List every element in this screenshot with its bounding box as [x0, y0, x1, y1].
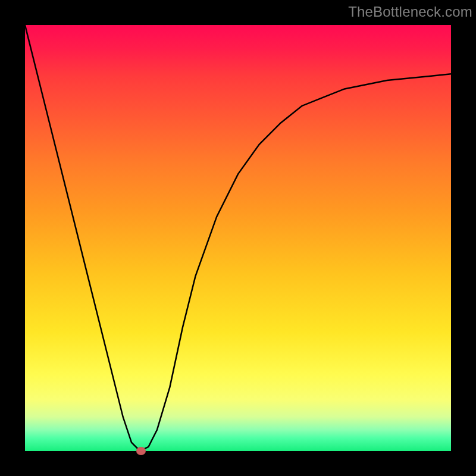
- bottleneck-curve: [25, 25, 451, 451]
- chart-frame: TheBottleneck.com: [0, 0, 476, 476]
- min-point-marker: [136, 447, 146, 455]
- watermark-text: TheBottleneck.com: [348, 4, 472, 20]
- plot-area: [25, 25, 451, 451]
